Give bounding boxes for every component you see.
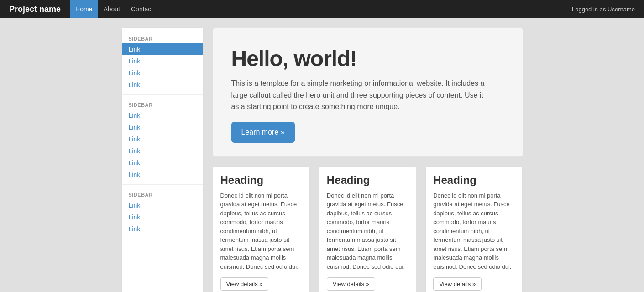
sidebar-label-3: SIDEBAR [122,188,203,199]
hero-unit: Hello, world! This is a template for a s… [213,27,523,157]
sidebar-link-3-2[interactable]: Link [122,211,203,223]
sidebar-divider-1 [122,94,203,95]
page-wrapper: SIDEBAR Link Link Link Link SIDEBAR Link… [117,27,528,292]
nav-link-about[interactable]: About [98,0,126,18]
main-content: Hello, world! This is a template for a s… [213,27,523,292]
sidebar-link-2-2[interactable]: Link [122,121,203,133]
learn-more-button[interactable]: Learn more » [231,122,295,143]
hero-heading: Hello, world! [231,46,504,71]
sidebar: SIDEBAR Link Link Link Link SIDEBAR Link… [121,27,204,292]
navbar: Project name Home About Contact Logged i… [0,0,644,18]
card-1-2: Heading Donec id elit non mi porta gravi… [319,166,416,292]
sidebar-link-2-4[interactable]: Link [122,145,203,157]
sidebar-link-3-1[interactable]: Link [122,199,203,211]
card-1-2-btn[interactable]: View details » [327,277,375,291]
hero-body: This is a template for a simple marketin… [231,78,487,113]
card-1-3-heading: Heading [433,174,515,187]
sidebar-section-2: SIDEBAR Link Link Link Link Link Link [122,99,203,181]
nav-link-contact[interactable]: Contact [126,0,158,18]
sidebar-link-1-4[interactable]: Link [122,79,203,91]
sidebar-link-3-3[interactable]: Link [122,223,203,235]
card-1-2-heading: Heading [327,174,408,187]
sidebar-section-1: SIDEBAR Link Link Link Link [122,32,203,91]
card-1-3-body: Donec id elit non mi porta gravida at eg… [433,191,515,271]
nav-links: Home About Contact [70,0,572,18]
sidebar-label-1: SIDEBAR [122,32,203,43]
nav-link-home[interactable]: Home [70,0,98,18]
card-1-1-heading: Heading [220,174,302,187]
sidebar-link-2-5[interactable]: Link [122,157,203,169]
sidebar-link-2-3[interactable]: Link [122,133,203,145]
card-1-1-btn[interactable]: View details » [220,277,269,291]
sidebar-link-1-3[interactable]: Link [122,67,203,79]
sidebar-divider-2 [122,184,203,185]
card-1-1-body: Donec id elit non mi porta gravida at eg… [220,191,302,271]
card-1-2-body: Donec id elit non mi porta gravida at eg… [327,191,408,271]
cards-row-1: Heading Donec id elit non mi porta gravi… [213,166,523,292]
sidebar-label-2: SIDEBAR [122,99,203,110]
sidebar-link-2-1[interactable]: Link [122,110,203,121]
brand-name: Project name [9,5,61,14]
card-1-3-btn[interactable]: View details » [433,277,482,291]
sidebar-link-1-1[interactable]: Link [122,43,203,55]
card-1-1: Heading Donec id elit non mi porta gravi… [213,166,310,292]
sidebar-link-1-2[interactable]: Link [122,55,203,67]
sidebar-section-3: SIDEBAR Link Link Link [122,188,203,235]
card-1-3: Heading Donec id elit non mi porta gravi… [425,166,523,292]
sidebar-link-2-6[interactable]: Link [122,169,203,181]
auth-info: Logged in as Username [572,6,635,13]
